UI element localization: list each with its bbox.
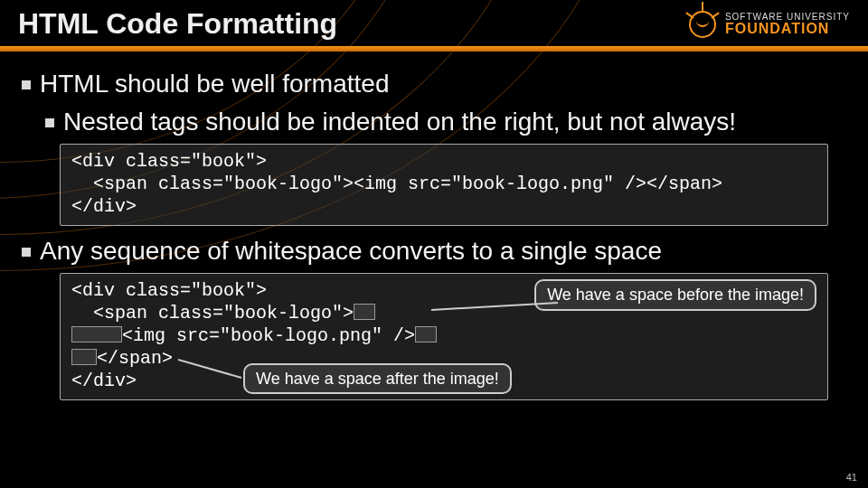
bullet-level2: Nested tags should be indented on the ri…: [45, 108, 846, 136]
bullet-icon: [22, 248, 31, 257]
code-line: <span class="book-logo"><img src="book-l…: [71, 174, 722, 194]
slide-content: HTML should be well formatted Nested tag…: [0, 59, 868, 400]
code-line: <img src="book-logo.png" />: [122, 325, 415, 346]
bullet-icon: [45, 118, 54, 127]
code-example-2: <div class="book"> <span class="book-log…: [60, 273, 828, 400]
callout-before-image: We have a space before the image!: [534, 279, 816, 311]
leader-line-icon: [178, 356, 250, 383]
code-example-1: <div class="book"> <span class="book-log…: [60, 144, 828, 226]
bullet-icon: [22, 80, 31, 89]
bullet-level1: HTML should be well formatted: [22, 70, 846, 99]
svg-line-1: [178, 360, 241, 378]
whitespace-marker: [71, 349, 97, 365]
bullet-text: HTML should be well formatted: [40, 70, 389, 99]
slide-header: HTML Code Formatting SOFTWARE UNIVERSITY…: [0, 0, 868, 46]
header-divider: [0, 46, 868, 52]
lightbulb-icon: [687, 9, 718, 40]
logo-line1: SOFTWARE UNIVERSITY: [725, 13, 850, 22]
code-line: </div>: [71, 371, 137, 391]
page-title: HTML Code Formatting: [18, 7, 337, 41]
bullet-level1: Any sequence of whitespace converts to a…: [22, 237, 846, 266]
bullet-text: Nested tags should be indented on the ri…: [63, 108, 736, 136]
code-line: </div>: [71, 196, 137, 217]
logo-text: SOFTWARE UNIVERSITY FOUNDATION: [725, 13, 850, 36]
code-line: <span class="book-logo">: [71, 303, 354, 324]
logo-line2: FOUNDATION: [725, 22, 850, 36]
page-number: 41: [846, 472, 857, 483]
callout-after-image: We have a space after the image!: [243, 363, 512, 395]
brand-logo: SOFTWARE UNIVERSITY FOUNDATION: [687, 9, 850, 40]
whitespace-marker: [71, 326, 122, 343]
code-line: <div class="book">: [71, 151, 267, 172]
whitespace-marker: [354, 304, 375, 320]
whitespace-marker: [415, 326, 437, 343]
code-line: </span>: [97, 348, 173, 369]
bullet-text: Any sequence of whitespace converts to a…: [40, 237, 662, 266]
code-line: <div class="book">: [71, 280, 267, 301]
